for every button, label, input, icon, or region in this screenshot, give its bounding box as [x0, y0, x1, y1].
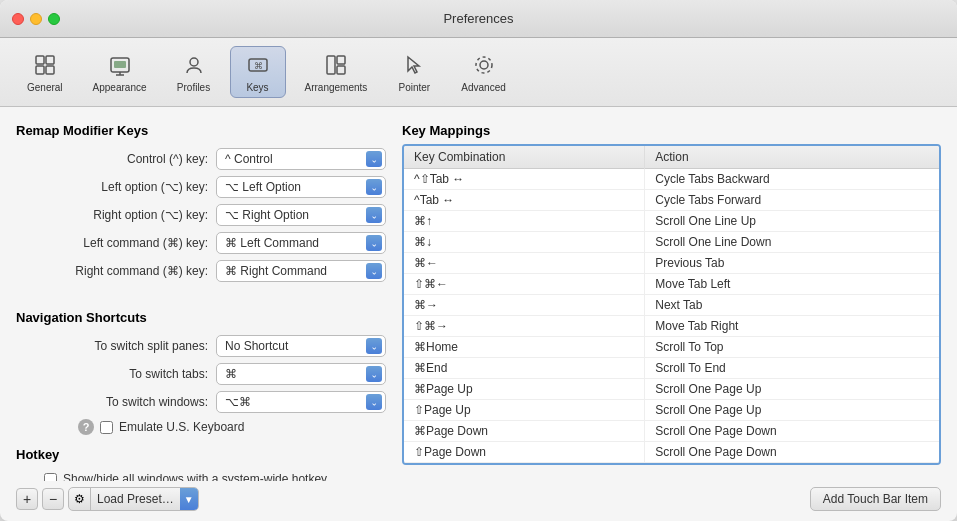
svg-text:⌘: ⌘	[254, 61, 263, 71]
action-cell: Scroll One Page Up	[645, 400, 939, 421]
toolbar: General Appearance Profiles ⌘ Keys Arran…	[0, 38, 957, 107]
switch-tabs-select-wrapper: ⌘	[216, 363, 386, 385]
hotkey-checkbox[interactable]	[44, 473, 57, 482]
empty-row	[404, 463, 939, 464]
svg-rect-13	[337, 66, 345, 74]
key-table-body: ^⇧Tab ↔Cycle Tabs Backward^Tab ↔Cycle Ta…	[404, 169, 939, 464]
toolbar-pointer[interactable]: Pointer	[386, 46, 442, 98]
gear-icon: ⚙	[69, 488, 91, 510]
switch-windows-row: To switch windows: ⌥⌘	[16, 391, 386, 413]
remap-section-title: Remap Modifier Keys	[16, 123, 386, 138]
table-row[interactable]: ⌘EndScroll To End	[404, 358, 939, 379]
appearance-icon	[106, 51, 134, 79]
svg-point-8	[190, 58, 198, 66]
key-combination-cell: ⇧⌘←	[404, 274, 645, 295]
key-mappings-container: Key Combination Action ^⇧Tab ↔Cycle Tabs…	[402, 144, 941, 465]
emulate-checkbox[interactable]	[100, 421, 113, 434]
key-combination-cell: ⌘→	[404, 295, 645, 316]
table-row[interactable]: ⇧Page UpScroll One Page Up	[404, 400, 939, 421]
keys-label: Keys	[246, 82, 268, 93]
pointer-icon	[400, 51, 428, 79]
split-panes-select-wrapper: No Shortcut	[216, 335, 386, 357]
svg-rect-3	[46, 66, 54, 74]
hotkey-title: Hotkey	[16, 447, 386, 462]
table-row[interactable]: ⇧⌘→Move Tab Right	[404, 316, 939, 337]
control-select[interactable]: ^ Control	[216, 148, 386, 170]
table-row[interactable]: ⌘→Next Tab	[404, 295, 939, 316]
close-button[interactable]	[12, 13, 24, 25]
table-row[interactable]: ^Tab ↔Cycle Tabs Forward	[404, 190, 939, 211]
right-option-select-wrapper: ⌥ Right Option	[216, 204, 386, 226]
key-combination-cell: ⇧Page Up	[404, 400, 645, 421]
arrangements-label: Arrangements	[305, 82, 368, 93]
key-combination-cell: ⌘Page Up	[404, 379, 645, 400]
help-icon[interactable]: ?	[78, 419, 94, 435]
left-command-select-wrapper: ⌘ Left Command	[216, 232, 386, 254]
control-label: Control (^) key:	[16, 152, 216, 166]
add-touch-bar-button[interactable]: Add Touch Bar Item	[810, 487, 941, 511]
key-mappings-title: Key Mappings	[402, 123, 941, 138]
switch-tabs-select[interactable]: ⌘	[216, 363, 386, 385]
right-command-select[interactable]: ⌘ Right Command	[216, 260, 386, 282]
toolbar-advanced[interactable]: Advanced	[450, 46, 516, 98]
toolbar-appearance[interactable]: Appearance	[82, 46, 158, 98]
switch-windows-select[interactable]: ⌥⌘	[216, 391, 386, 413]
key-table: Key Combination Action ^⇧Tab ↔Cycle Tabs…	[404, 146, 939, 463]
right-command-label: Right command (⌘) key:	[16, 264, 216, 278]
key-table-wrapper[interactable]: Key Combination Action ^⇧Tab ↔Cycle Tabs…	[404, 146, 939, 463]
table-row[interactable]: ⇧Page DownScroll One Page Down	[404, 442, 939, 463]
action-cell: Scroll One Line Down	[645, 232, 939, 253]
table-row[interactable]: ⇧⌘←Move Tab Left	[404, 274, 939, 295]
general-icon	[31, 51, 59, 79]
right-command-row: Right command (⌘) key: ⌘ Right Command	[16, 260, 386, 282]
left-option-select[interactable]: ⌥ Left Option	[216, 176, 386, 198]
left-command-select[interactable]: ⌘ Left Command	[216, 232, 386, 254]
load-preset-arrow[interactable]: ▼	[180, 488, 198, 510]
table-row[interactable]: ⌘Page UpScroll One Page Up	[404, 379, 939, 400]
table-row[interactable]: ⌘Page DownScroll One Page Down	[404, 421, 939, 442]
left-command-label: Left command (⌘) key:	[16, 236, 216, 250]
general-label: General	[27, 82, 63, 93]
profiles-label: Profiles	[177, 82, 210, 93]
split-panes-select[interactable]: No Shortcut	[216, 335, 386, 357]
toolbar-profiles[interactable]: Profiles	[166, 46, 222, 98]
action-cell: Cycle Tabs Forward	[645, 190, 939, 211]
table-row[interactable]: ⌘HomeScroll To Top	[404, 337, 939, 358]
emulate-label: Emulate U.S. Keyboard	[119, 420, 244, 434]
right-option-select[interactable]: ⌥ Right Option	[216, 204, 386, 226]
action-cell: Next Tab	[645, 295, 939, 316]
table-row[interactable]: ⌘←Previous Tab	[404, 253, 939, 274]
hotkey-checkbox-label: Show/hide all windows with a system-wide…	[63, 472, 327, 481]
key-combination-cell: ⌘←	[404, 253, 645, 274]
add-mapping-button[interactable]: +	[16, 488, 38, 510]
col-action: Action	[645, 146, 939, 169]
table-row[interactable]: ⌘↑Scroll One Line Up	[404, 211, 939, 232]
maximize-button[interactable]	[48, 13, 60, 25]
traffic-lights	[12, 13, 60, 25]
svg-rect-1	[46, 56, 54, 64]
col-key-combination: Key Combination	[404, 146, 645, 169]
switch-tabs-row: To switch tabs: ⌘	[16, 363, 386, 385]
key-combination-cell: ⌘End	[404, 358, 645, 379]
toolbar-arrangements[interactable]: Arrangements	[294, 46, 379, 98]
action-cell: Scroll One Page Up	[645, 379, 939, 400]
key-combination-cell: ^Tab ↔	[404, 190, 645, 211]
svg-rect-5	[114, 61, 126, 68]
appearance-label: Appearance	[93, 82, 147, 93]
remove-mapping-button[interactable]: −	[42, 488, 64, 510]
svg-rect-11	[327, 56, 335, 74]
titlebar: Preferences	[0, 0, 957, 38]
table-row[interactable]: ⌘↓Scroll One Line Down	[404, 232, 939, 253]
left-option-row: Left option (⌥) key: ⌥ Left Option	[16, 176, 386, 198]
load-preset-wrapper: ⚙ Load Preset… ▼	[68, 487, 199, 511]
minimize-button[interactable]	[30, 13, 42, 25]
bottom-bar: + − ⚙ Load Preset… ▼ Add Touch Bar Item	[0, 481, 957, 521]
table-header-row: Key Combination Action	[404, 146, 939, 169]
switch-windows-label: To switch windows:	[16, 395, 216, 409]
hotkey-section: Hotkey Show/hide all windows with a syst…	[16, 447, 386, 481]
table-row[interactable]: ^⇧Tab ↔Cycle Tabs Backward	[404, 169, 939, 190]
load-preset-button[interactable]: Load Preset…	[91, 488, 180, 510]
toolbar-keys[interactable]: ⌘ Keys	[230, 46, 286, 98]
action-cell: Scroll One Line Up	[645, 211, 939, 232]
toolbar-general[interactable]: General	[16, 46, 74, 98]
